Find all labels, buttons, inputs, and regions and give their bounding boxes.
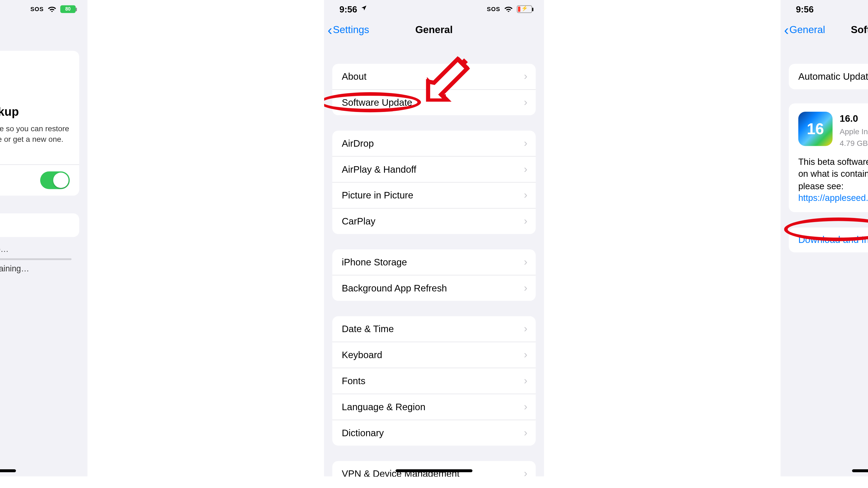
home-indicator[interactable] <box>852 469 868 472</box>
back-label: General <box>789 24 825 36</box>
sos-indicator: SOS <box>487 6 500 12</box>
backing-up-label: Backing Up… <box>0 244 9 253</box>
row-label: About <box>342 71 367 82</box>
settings-group: AirDrop›AirPlay & Handoff›Picture in Pic… <box>332 131 536 234</box>
chevron-right-icon: › <box>524 282 527 294</box>
row-label: Language & Region <box>342 401 425 412</box>
chevron-right-icon: › <box>524 137 527 150</box>
settings-row-airdrop[interactable]: AirDrop› <box>332 131 536 156</box>
screen-software-update: 9:56 SOS ⚡ ‹ General Software Update Aut… <box>780 0 868 476</box>
automatic-updates-row[interactable]: Automatic Updates On › <box>789 64 868 89</box>
chevron-right-icon: › <box>524 189 527 202</box>
chevron-right-icon: › <box>524 96 527 109</box>
row-label: Fonts <box>342 376 365 386</box>
cancel-backup-card: Cancel Backup <box>0 213 79 237</box>
status-time: 9:56 <box>339 4 357 14</box>
row-label: Background App Refresh <box>342 283 447 293</box>
settings-row-date-time[interactable]: Date & Time› <box>332 316 536 341</box>
wifi-icon <box>504 4 513 13</box>
settings-row-vpn-device-management[interactable]: VPN & Device Management› <box>332 461 536 476</box>
page-title: General <box>415 24 453 36</box>
nav-bar: ‹ Settings General <box>324 18 544 42</box>
download-install-button[interactable]: Download and Install <box>789 227 868 252</box>
settings-row-iphone-storage[interactable]: iPhone Storage› <box>332 250 536 275</box>
settings-row-language-region[interactable]: Language & Region› <box>332 394 536 420</box>
row-label: iPhone Storage <box>342 257 407 267</box>
chevron-right-icon: › <box>524 256 527 268</box>
back-label: Settings <box>333 24 369 36</box>
settings-row-background-app-refresh[interactable]: Background App Refresh› <box>332 275 536 301</box>
wifi-icon <box>47 4 57 13</box>
chevron-right-icon: › <box>524 163 527 176</box>
estimate-label: Estimating time remaining… <box>0 263 74 273</box>
backup-progress-area: Backing Up… Estimating time remaining… <box>0 237 79 280</box>
status-bar: 9:56 SOS ⚡ <box>324 0 544 18</box>
back-button[interactable]: ‹ General <box>784 18 825 42</box>
chevron-right-icon: › <box>524 323 527 335</box>
screen-general-settings: 9:56 SOS ⚡ ‹ Settings General About›Soft… <box>324 0 544 476</box>
update-description: This beta software is now available. For… <box>798 156 868 204</box>
status-time: 9:56 <box>796 4 813 14</box>
learn-more-link[interactable]: Learn more… <box>0 145 1 155</box>
settings-row-carplay[interactable]: CarPlay› <box>332 208 536 234</box>
settings-row-about[interactable]: About› <box>332 64 536 89</box>
readme-link[interactable]: https://appleseed.apple.com/readme/ios16 <box>798 193 868 202</box>
icloud-backup-card: iCloud Backup Automatically back up your… <box>0 51 79 195</box>
update-vendor: Apple Inc. <box>839 126 868 137</box>
row-label: AirDrop <box>342 138 374 149</box>
settings-row-airplay-handoff[interactable]: AirPlay & Handoff› <box>332 156 536 182</box>
home-indicator[interactable] <box>0 469 16 472</box>
settings-group: Date & Time›Keyboard›Fonts›Language & Re… <box>332 316 536 446</box>
backup-toggle-row[interactable]: Back Up This iPhone <box>0 165 79 195</box>
back-button[interactable]: ‹ Settings <box>328 18 369 42</box>
nav-bar: ‹ iCloud Backup <box>0 18 88 42</box>
row-label: AirPlay & Handoff <box>342 164 416 174</box>
settings-row-keyboard[interactable]: Keyboard› <box>332 341 536 368</box>
settings-row-dictionary[interactable]: Dictionary› <box>332 420 536 446</box>
battery-icon: ⚡ <box>517 5 532 13</box>
auto-updates-label: Automatic Updates <box>798 71 868 82</box>
chevron-right-icon: › <box>524 215 527 228</box>
settings-group: About›Software Update› <box>332 64 536 115</box>
toggle-switch[interactable] <box>40 171 70 189</box>
row-label: Software Update <box>342 97 412 108</box>
chevron-right-icon: › <box>524 70 527 83</box>
screen-icloud-backup: 10:55 SOS 80 ‹ iCloud Backup <box>0 0 88 476</box>
location-icon <box>361 5 367 13</box>
backup-progress-bar <box>0 258 72 260</box>
row-label: Keyboard <box>342 350 382 360</box>
update-size: 4.79 GB <box>839 137 868 149</box>
settings-group: iPhone Storage›Background App Refresh› <box>332 250 536 301</box>
row-label: Date & Time <box>342 324 394 334</box>
chevron-left-icon: ‹ <box>784 23 789 37</box>
settings-group: VPN & Device Management› <box>332 461 536 476</box>
ios16-icon: 16 <box>798 112 833 146</box>
row-label: Picture in Picture <box>342 190 413 201</box>
hero-text: Automatically back up your iPhone so you… <box>0 124 70 156</box>
chevron-right-icon: › <box>524 427 527 439</box>
status-bar: 10:55 SOS 80 <box>0 0 88 18</box>
row-label: Dictionary <box>342 427 384 438</box>
row-label: CarPlay <box>342 216 375 227</box>
chevron-right-icon: › <box>524 375 527 387</box>
settings-row-software-update[interactable]: Software Update› <box>332 89 536 115</box>
sos-indicator: SOS <box>30 6 44 12</box>
update-version: 16.0 <box>839 112 868 126</box>
page-title: Software Update <box>851 24 868 36</box>
chevron-right-icon: › <box>524 349 527 361</box>
nav-bar: ‹ General Software Update <box>780 18 868 42</box>
download-install-card: Download and Install <box>789 227 868 252</box>
battery-icon: 80 <box>60 5 76 13</box>
chevron-right-icon: › <box>524 467 527 476</box>
status-bar: 9:56 SOS ⚡ <box>780 0 868 18</box>
settings-row-fonts[interactable]: Fonts› <box>332 368 536 394</box>
chevron-left-icon: ‹ <box>328 23 332 37</box>
chevron-right-icon: › <box>524 401 527 413</box>
update-info-card: 16 16.0 Apple Inc. 4.79 GB This beta sof… <box>789 104 868 212</box>
hero-title: iCloud Backup <box>0 105 70 119</box>
cancel-backup-button[interactable]: Cancel Backup <box>0 213 79 237</box>
home-indicator[interactable] <box>396 469 472 472</box>
settings-row-picture-in-picture[interactable]: Picture in Picture› <box>332 182 536 208</box>
